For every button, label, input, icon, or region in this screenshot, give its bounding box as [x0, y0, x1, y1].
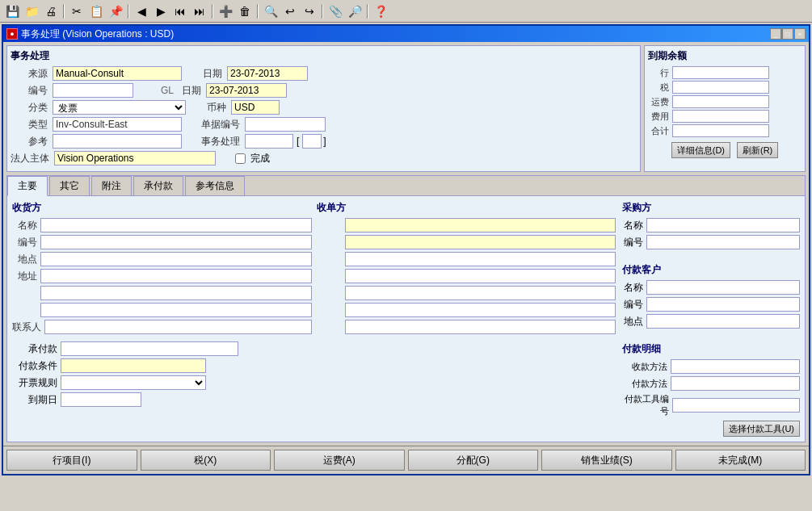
prev-btn[interactable]: ◀ — [133, 2, 150, 20]
category-label: 分类 — [11, 101, 51, 115]
recv-address3-input[interactable] — [40, 303, 312, 317]
row-input[interactable] — [672, 66, 769, 79]
due-date-input[interactable] — [61, 392, 141, 407]
payment-amount-label: 承付款 — [12, 342, 61, 356]
pc-name-input[interactable] — [646, 280, 800, 295]
purchase-number-input[interactable] — [646, 235, 800, 249]
pc-number-input[interactable] — [646, 297, 800, 312]
gl-date-input[interactable] — [206, 83, 287, 98]
bill-address-row — [317, 269, 616, 283]
sales-performance-btn[interactable]: 销售业绩(S) — [541, 450, 672, 471]
payment-tool-input[interactable] — [672, 398, 800, 413]
cut-btn[interactable]: ✂ — [68, 2, 86, 20]
number-input[interactable] — [53, 83, 133, 98]
last-btn[interactable]: ⏭ — [191, 2, 208, 20]
freight-btn[interactable]: 运费(A) — [274, 450, 405, 471]
zoom-btn[interactable]: 🔎 — [346, 2, 364, 20]
recv-address-input[interactable] — [40, 269, 312, 283]
undo-btn[interactable]: ↩ — [281, 2, 299, 20]
payment-detail-title: 付款明细 — [622, 342, 800, 356]
save-btn[interactable]: 💾 — [3, 2, 21, 20]
recv-title: 收货方 — [12, 201, 312, 215]
redo-btn[interactable]: ↪ — [301, 2, 318, 20]
source-input[interactable] — [53, 66, 182, 81]
print-btn[interactable]: 🖨 — [42, 2, 60, 20]
payment-method-input[interactable] — [671, 376, 800, 391]
category-select[interactable]: 发票 — [53, 100, 186, 115]
title-bar-left: ● 事务处理 (Vision Operations : USD) — [6, 27, 174, 41]
next-btn[interactable]: ▶ — [152, 2, 170, 20]
collection-method-row: 收款方法 — [622, 359, 800, 374]
incomplete-btn[interactable]: 未完成(M) — [675, 450, 806, 471]
refresh-btn[interactable]: 刷新(R) — [737, 142, 778, 158]
tab-main-content: 收货方 名称 编号 地点 — [7, 196, 805, 442]
doc-number-input[interactable] — [245, 117, 326, 132]
open-btn[interactable]: 📁 — [23, 2, 40, 20]
add-btn[interactable]: ➕ — [217, 2, 234, 20]
paste-btn[interactable]: 📌 — [107, 2, 124, 20]
purchase-name-input[interactable] — [646, 218, 800, 232]
bill-number-input[interactable] — [345, 235, 616, 249]
bill-name-input[interactable] — [345, 218, 616, 232]
payment-terms-input[interactable] — [61, 358, 206, 373]
currency-input[interactable] — [231, 100, 280, 115]
collection-method-input[interactable] — [671, 359, 800, 374]
bill-contact-input[interactable] — [345, 320, 616, 334]
transaction-input[interactable] — [245, 134, 293, 149]
line-items-btn[interactable]: 行项目(I) — [6, 450, 137, 471]
first-btn[interactable]: ⏮ — [171, 2, 189, 20]
tab-main[interactable]: 主要 — [7, 176, 48, 196]
billing-rule-select[interactable] — [61, 375, 206, 390]
copy-btn[interactable]: 📋 — [87, 2, 105, 20]
bill-location-input[interactable] — [345, 252, 616, 266]
minimize-btn[interactable]: _ — [770, 28, 781, 40]
pc-location-input[interactable] — [646, 314, 800, 329]
attach-btn[interactable]: 📎 — [326, 2, 344, 20]
total-input[interactable] — [672, 124, 769, 137]
complete-checkbox[interactable] — [235, 153, 246, 164]
doc-number-label: 单据编号 — [201, 118, 243, 132]
pc-name-label: 名称 — [622, 281, 646, 295]
legal-entity-input[interactable] — [54, 151, 216, 165]
tab-reference[interactable]: 参考信息 — [185, 176, 245, 195]
bill-name-row — [317, 218, 616, 232]
transaction-sub-input[interactable] — [302, 134, 322, 149]
tab-payment[interactable]: 承付款 — [133, 176, 183, 195]
reference-input[interactable] — [53, 134, 182, 149]
recv-location-input[interactable] — [40, 252, 312, 266]
recv-section: 收货方 名称 编号 地点 — [12, 201, 312, 337]
recv-number-row: 编号 — [12, 235, 312, 249]
freight-input[interactable] — [672, 95, 769, 108]
tax-input[interactable] — [672, 81, 769, 94]
window-title: 事务处理 (Vision Operations : USD) — [21, 27, 174, 41]
close-btn[interactable]: × — [794, 28, 806, 40]
complete-label: 完成 — [250, 152, 270, 165]
payment-amount-input[interactable] — [61, 341, 238, 356]
source-label: 来源 — [11, 67, 51, 81]
type-row: 类型 单据编号 — [11, 117, 637, 132]
maximize-btn[interactable]: □ — [782, 28, 793, 40]
delete-btn[interactable]: 🗑 — [236, 2, 254, 20]
recv-contact-input[interactable] — [44, 320, 312, 334]
tab-attachment[interactable]: 附注 — [91, 176, 132, 195]
detail-btn[interactable]: 详细信息(D) — [671, 142, 730, 158]
fee-input[interactable] — [672, 110, 769, 123]
recv-number-input[interactable] — [40, 235, 312, 249]
bill-address3-input[interactable] — [345, 303, 616, 317]
pc-location-row: 地点 — [622, 314, 800, 329]
total-label: 合计 — [648, 125, 672, 137]
distribution-btn[interactable]: 分配(G) — [408, 450, 539, 471]
type-input[interactable] — [53, 117, 182, 132]
bill-address2-input[interactable] — [345, 286, 616, 300]
search-btn[interactable]: 🔍 — [262, 2, 280, 20]
help-btn[interactable]: ❓ — [372, 2, 389, 20]
select-tool-btn[interactable]: 选择付款工具(U) — [723, 421, 800, 437]
date-input[interactable] — [227, 66, 308, 81]
bill-address-input[interactable] — [345, 269, 616, 283]
recv-name-input[interactable] — [40, 218, 312, 232]
tab-other[interactable]: 其它 — [49, 176, 90, 195]
payment-customer-title: 付款客户 — [622, 263, 800, 277]
tax-btn[interactable]: 税(X) — [141, 450, 271, 471]
recv-address2-input[interactable] — [40, 286, 312, 300]
number-label: 编号 — [11, 84, 51, 98]
